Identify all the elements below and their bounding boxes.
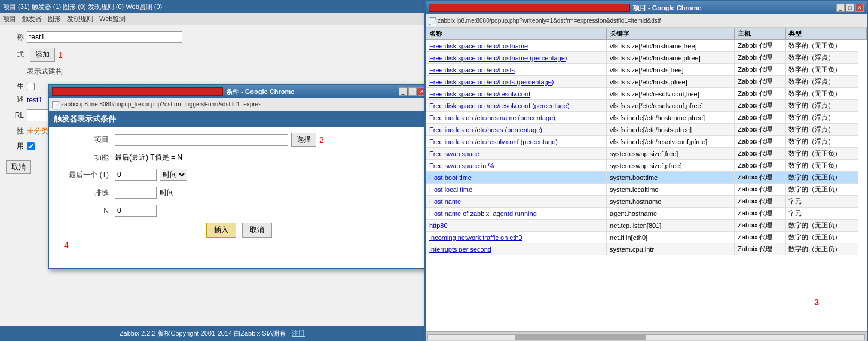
table-row[interactable]: http80 net.tcp.listen[801] Zabbix 代理 数字的… <box>426 220 867 232</box>
item-type: 数字的（浮点） <box>786 100 858 112</box>
item-scrollbar[interactable] <box>426 331 867 341</box>
item-name[interactable]: Free disk space on /etc/hosts <box>426 64 607 76</box>
item-name[interactable]: Incoming network traffic on eth0 <box>426 232 607 243</box>
item-name[interactable]: Free disk space on /etc/resolv.conf (per… <box>426 100 607 112</box>
table-row[interactable]: Free inodes on /etc/hosts (percentage) v… <box>426 124 867 136</box>
item-name[interactable]: Free inodes on /etc/hostname (percentage… <box>426 112 607 124</box>
footer-text: Zabbix 2.2.2 版权Copyright 2001-2014 由Zabb… <box>120 329 286 338</box>
item-type: 数字的（无正负） <box>786 148 858 160</box>
minimize-button[interactable]: _ <box>399 87 407 96</box>
main-cancel-button[interactable]: 取消 <box>6 160 31 174</box>
item-key: vfs.fs.size[/etc/hosts,pfree] <box>607 76 735 88</box>
table-row[interactable]: Free inodes on /etc/hostname (percentage… <box>426 112 867 124</box>
item-table-container[interactable]: 名称 关键字 主机 类型 Free disk space on /etc/hos… <box>426 28 867 331</box>
footer: Zabbix 2.2.2 版权Copyright 2001-2014 由Zabb… <box>0 326 424 341</box>
item-key: system.boottime <box>607 172 735 184</box>
item-close-button[interactable]: ✕ <box>855 4 864 12</box>
cond-header-text: 触发器表示式条件 <box>54 114 116 123</box>
item-key: vfs.fs.size[/etc/hostname,pfree] <box>607 52 735 64</box>
item-host: Zabbix 代理 <box>735 88 786 100</box>
table-row[interactable]: Free disk space on /etc/resolv.conf vfs.… <box>426 88 867 100</box>
menu-item[interactable]: 图形 <box>48 14 61 23</box>
menu-item[interactable]: 项目 <box>3 14 16 23</box>
scrollbar-track[interactable] <box>427 334 865 340</box>
status-label-char: 生 <box>6 81 24 92</box>
table-row[interactable]: Free disk space on /etc/hostname (percen… <box>426 52 867 64</box>
item-name[interactable]: Free disk space on /etc/hostname <box>426 40 607 52</box>
item-type: 数字的（无正负） <box>786 88 858 100</box>
table-row[interactable]: Free swap space in % system.swap.size[,p… <box>426 160 867 172</box>
item-host: Zabbix 代理 <box>735 220 786 232</box>
label-4-container: 4 <box>61 240 417 250</box>
table-row[interactable]: Free disk space on /etc/hosts vfs.fs.siz… <box>426 64 867 76</box>
login-link[interactable]: 注册 <box>292 329 305 338</box>
item-minimize-button[interactable]: _ <box>836 4 845 12</box>
table-row[interactable]: Host name of zabbix_agentd running agent… <box>426 208 867 220</box>
item-type: 数字的（浮点） <box>786 52 858 64</box>
cond-n-input[interactable] <box>115 205 157 217</box>
table-row[interactable]: Free disk space on /etc/hosts (percentag… <box>426 76 867 88</box>
item-type: 数字的（无正负） <box>786 40 858 52</box>
table-row[interactable]: Free disk space on /etc/resolv.conf (per… <box>426 100 867 112</box>
item-type: 数字的（浮点） <box>786 112 858 124</box>
name-input[interactable] <box>27 31 182 43</box>
menu-item[interactable]: Web监测 <box>99 14 126 23</box>
item-name[interactable]: Host name of zabbix_agentd running <box>426 208 607 220</box>
col-type: 类型 <box>786 28 858 40</box>
item-key: vfs.fs.size[/etc/resolv.conf,free] <box>607 88 735 100</box>
table-row[interactable]: Interrupts per second system.cpu.intr Za… <box>426 243 867 255</box>
cond-item-input[interactable] <box>115 134 288 146</box>
table-row[interactable]: Free swap space system.swap.size[,free] … <box>426 148 867 160</box>
cond-select-button[interactable]: 选择 <box>291 133 316 147</box>
label-3: 3 <box>814 297 819 307</box>
item-key: vfs.fs.inode[/etc/resolv.conf,pfree] <box>607 136 735 148</box>
item-name[interactable]: Free inodes on /etc/resolv.conf (percent… <box>426 136 607 148</box>
status-checkbox[interactable] <box>27 83 35 90</box>
label-2: 2 <box>319 135 324 145</box>
item-maximize-button[interactable]: □ <box>846 4 854 12</box>
cond-last-input[interactable] <box>115 169 157 181</box>
item-name[interactable]: Free disk space on /etc/resolv.conf <box>426 88 607 100</box>
maximize-button[interactable]: □ <box>408 87 417 96</box>
add-button[interactable]: 添加 <box>30 48 55 62</box>
item-name[interactable]: http80 <box>426 220 607 232</box>
item-key: vfs.fs.inode[/etc/hosts,pfree] <box>607 124 735 136</box>
item-name[interactable]: Free swap space in % <box>426 160 607 172</box>
item-host: Zabbix 代理 <box>735 76 786 88</box>
item-name[interactable]: Free disk space on /etc/hostname (percen… <box>426 52 607 64</box>
menu-item[interactable]: 触发器 <box>22 14 42 23</box>
item-key: system.swap.size[,free] <box>607 148 735 160</box>
table-row[interactable]: Host name system.hostname Zabbix 代理 字元 <box>426 196 867 208</box>
table-row[interactable]: Incoming network traffic on eth0 net.if.… <box>426 232 867 243</box>
cond-shift-input[interactable] <box>115 187 157 199</box>
item-name[interactable]: Host local time <box>426 184 607 196</box>
cond-cancel-button[interactable]: 取消 <box>242 223 272 238</box>
cond-insert-button[interactable]: 插入 <box>206 223 236 238</box>
item-name[interactable]: Free disk space on /etc/hosts (percentag… <box>426 76 607 88</box>
table-row[interactable]: Host local time system.localtime Zabbix … <box>426 184 867 196</box>
item-name[interactable]: Host name <box>426 196 607 208</box>
item-name[interactable]: Interrupts per second <box>426 243 607 255</box>
enabled-checkbox[interactable] <box>27 142 35 150</box>
menu-item[interactable]: 发现规则 <box>67 14 93 23</box>
add-row: 式 添加 1 <box>6 48 418 62</box>
table-row[interactable]: Host boot time system.boottime Zabbix 代理… <box>426 172 867 184</box>
table-row[interactable]: Free disk space on /etc/hostname vfs.fs.… <box>426 40 867 52</box>
table-row[interactable]: Free inodes on /etc/resolv.conf (percent… <box>426 136 867 148</box>
item-name[interactable]: Free swap space <box>426 148 607 160</box>
cond-action-row: 插入 取消 <box>61 223 417 238</box>
item-type: 数字的（无正负） <box>786 172 858 184</box>
cond-urlbar: 📄 zabbix.ip8.me:8080/popup_trexpr.php?ds… <box>49 98 429 111</box>
topbar-text: 项目 (31) 触发器 (1) 图形 (0) 发现规则 (0) Web监测 (0… <box>3 2 162 11</box>
item-host: Zabbix 代理 <box>735 160 786 172</box>
item-name[interactable]: Host boot time <box>426 172 607 184</box>
desc-link[interactable]: test1 <box>27 96 42 104</box>
cond-time-select[interactable]: 时间 <box>160 169 187 181</box>
item-name[interactable]: Free inodes on /etc/hosts (percentage) <box>426 124 607 136</box>
item-url-text: zabbix.ip8.me:8080/popup.php?writeonly=1… <box>438 17 661 24</box>
item-key: system.hostname <box>607 196 735 208</box>
item-titlebar: 项目 - Google Chrome _ □ ✕ <box>426 1 867 14</box>
scrollbar-thumb[interactable] <box>515 335 646 340</box>
item-host: Zabbix 代理 <box>735 40 786 52</box>
item-type: 数字的（无正负） <box>786 232 858 243</box>
